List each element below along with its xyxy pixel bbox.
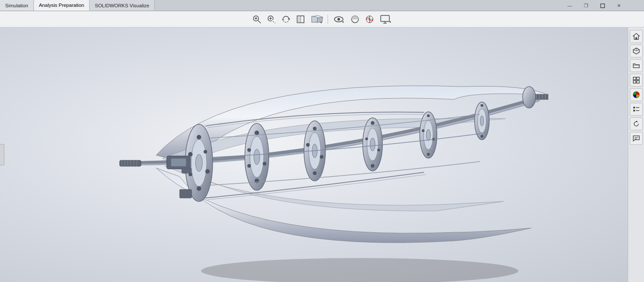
- home-button[interactable]: [630, 30, 643, 43]
- svg-point-50: [197, 135, 201, 139]
- svg-line-100: [636, 50, 639, 51]
- svg-point-21: [337, 18, 340, 21]
- maximize-button[interactable]: [594, 0, 611, 11]
- toolbar: + ▾ ▾: [0, 11, 644, 27]
- svg-rect-104: [637, 77, 639, 80]
- svg-rect-103: [633, 77, 636, 80]
- svg-point-69: [306, 143, 310, 147]
- svg-marker-112: [636, 120, 638, 122]
- svg-line-101: [633, 50, 636, 51]
- svg-line-2: [258, 21, 261, 23]
- comment-button[interactable]: [630, 132, 643, 145]
- display-style-button[interactable]: [349, 13, 361, 25]
- tab-solidworks-visualize[interactable]: SOLIDWORKS Visualize: [90, 0, 155, 11]
- tab-bar: Simulation Analysis Preparation SOLIDWOR…: [0, 0, 644, 11]
- svg-text:+: +: [272, 20, 274, 24]
- svg-point-62: [263, 162, 266, 165]
- chart-icon: [632, 91, 640, 99]
- tab-simulation[interactable]: Simulation: [0, 0, 34, 11]
- 3d-view-button[interactable]: [630, 45, 643, 57]
- zoom-to-fit-icon: [252, 15, 262, 24]
- svg-rect-25: [381, 15, 389, 21]
- minimize-button[interactable]: —: [562, 0, 578, 11]
- monitor-icon: ▾: [380, 15, 392, 24]
- right-sidebar: [628, 27, 644, 282]
- svg-marker-12: [282, 19, 284, 21]
- svg-point-77: [377, 149, 380, 151]
- rotate-icon: [281, 15, 291, 24]
- list-button[interactable]: [630, 103, 643, 116]
- svg-point-74: [371, 121, 374, 125]
- maximize-icon: [600, 3, 605, 8]
- svg-point-82: [427, 153, 430, 156]
- svg-rect-0: [601, 4, 605, 8]
- home-icon: [632, 33, 640, 40]
- svg-rect-15: [297, 16, 301, 23]
- scene-icon: [364, 15, 375, 24]
- rotate-button[interactable]: [280, 13, 292, 25]
- hide-show-button[interactable]: ▾: [331, 13, 347, 25]
- folder-icon: [632, 62, 640, 69]
- monitor-button[interactable]: ▾: [378, 13, 394, 25]
- svg-point-58: [254, 149, 260, 165]
- svg-point-73: [370, 138, 375, 151]
- grid-icon: [632, 76, 640, 84]
- view-orientation-button[interactable]: ▾: [309, 13, 325, 25]
- svg-rect-92: [171, 159, 186, 166]
- svg-point-88: [481, 104, 483, 107]
- svg-text:▾: ▾: [389, 20, 391, 24]
- 3d-model: [77, 44, 548, 282]
- zoom-in-button[interactable]: +: [265, 13, 278, 25]
- svg-rect-106: [637, 81, 639, 83]
- shadow: [201, 258, 518, 282]
- svg-point-89: [481, 135, 483, 138]
- svg-point-75: [371, 164, 374, 168]
- zoom-to-fit-button[interactable]: [250, 13, 263, 25]
- svg-rect-93: [180, 189, 192, 198]
- hide-show-icon: ▾: [333, 15, 345, 24]
- svg-point-95: [523, 87, 536, 108]
- toolbar-separator-1: [328, 15, 328, 24]
- svg-point-59: [255, 131, 259, 135]
- left-panel-toggle[interactable]: [0, 144, 4, 165]
- section-view-icon: [296, 15, 305, 24]
- svg-text:▾: ▾: [342, 20, 344, 24]
- chart-button[interactable]: [630, 88, 643, 101]
- svg-text:▾: ▾: [320, 21, 322, 24]
- viewport[interactable]: [0, 27, 644, 282]
- view-orientation-icon: ▾: [311, 15, 323, 24]
- svg-rect-110: [633, 110, 635, 111]
- svg-rect-94: [182, 168, 191, 173]
- open-file-button[interactable]: [630, 59, 643, 72]
- svg-point-70: [320, 155, 323, 159]
- display-style-icon: [350, 15, 360, 24]
- svg-rect-97: [635, 37, 637, 39]
- svg-point-68: [313, 171, 316, 175]
- svg-point-67: [313, 127, 316, 130]
- svg-point-63: [247, 164, 251, 168]
- svg-rect-105: [633, 81, 636, 83]
- svg-point-55: [204, 150, 207, 153]
- svg-point-61: [247, 148, 251, 152]
- svg-rect-29: [120, 160, 141, 166]
- list-icon: [632, 105, 640, 113]
- comment-icon: [632, 135, 640, 142]
- 3d-view-icon: [632, 47, 640, 55]
- svg-point-49: [196, 154, 202, 171]
- restore-button[interactable]: ❐: [578, 0, 594, 11]
- svg-point-51: [197, 186, 201, 191]
- svg-point-83: [422, 129, 424, 132]
- refresh-button[interactable]: [630, 117, 643, 130]
- svg-point-81: [427, 114, 430, 117]
- close-button[interactable]: ✕: [611, 0, 627, 11]
- zoom-in-icon: +: [267, 15, 276, 24]
- section-view-button[interactable]: [294, 13, 307, 25]
- svg-rect-108: [633, 107, 635, 108]
- svg-point-76: [365, 138, 368, 140]
- refresh-icon: [632, 120, 640, 128]
- svg-marker-11: [288, 18, 290, 19]
- tab-analysis-preparation[interactable]: Analysis Preparation: [34, 0, 90, 11]
- scene-button[interactable]: [363, 13, 376, 25]
- window-controls: — ❐ ✕: [562, 0, 627, 11]
- grid-button[interactable]: [630, 74, 643, 87]
